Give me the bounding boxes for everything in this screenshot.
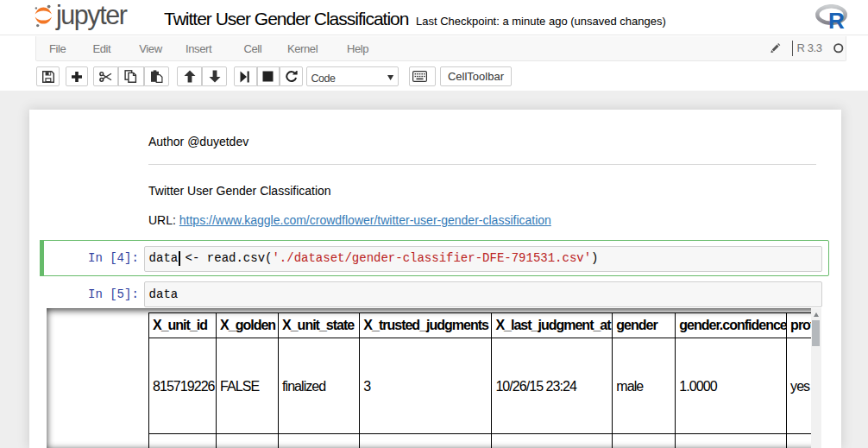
svg-text:jupyter: jupyter bbox=[55, 0, 128, 30]
svg-text:R: R bbox=[828, 8, 845, 29]
